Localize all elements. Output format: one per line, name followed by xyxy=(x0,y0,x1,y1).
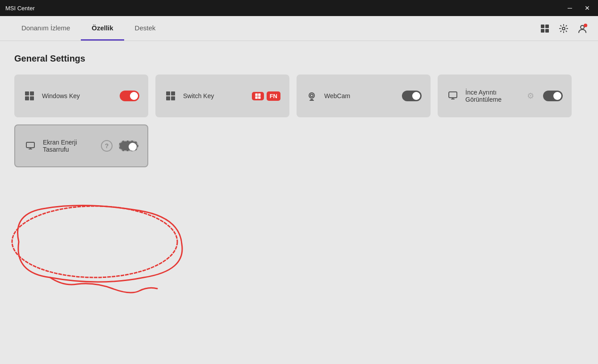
ince-ayrint-toggle[interactable] xyxy=(543,91,563,101)
svg-rect-14 xyxy=(255,93,258,96)
windows-icon xyxy=(23,90,36,102)
ince-ayrint-label: İnce Ayrıntı Görüntüleme xyxy=(465,89,521,103)
svg-rect-11 xyxy=(171,91,175,95)
switch-key-label: Switch Key xyxy=(183,92,246,99)
switch-icon xyxy=(164,90,177,102)
annotation-circle xyxy=(5,199,193,298)
svg-rect-7 xyxy=(30,91,34,95)
svg-rect-16 xyxy=(255,96,258,99)
svg-rect-9 xyxy=(30,96,34,100)
nav-tabs: Donanım İzleme Özellik Destek xyxy=(11,16,166,41)
app-title: MSI Center xyxy=(5,5,35,12)
ince-ayrint-card: İnce Ayrıntı Görüntüleme ⚙ xyxy=(438,74,572,117)
toggle-knob xyxy=(553,92,561,100)
content-area: General Settings Windows Key xyxy=(0,41,598,364)
svg-rect-1 xyxy=(545,25,549,28)
user-icon-button[interactable] xyxy=(577,24,587,33)
svg-point-18 xyxy=(309,93,314,98)
fn-badge: FN xyxy=(267,91,280,101)
question-icon[interactable]: ? xyxy=(101,140,113,152)
svg-rect-8 xyxy=(25,96,29,100)
windows-key-card: Windows Key xyxy=(14,74,148,117)
ekran-enerji-label: Ekran Enerji Tasarrufu xyxy=(43,139,95,153)
windows-key-label: Windows Key xyxy=(42,92,113,99)
app-title-text: MSI Center xyxy=(5,5,35,12)
svg-point-24 xyxy=(12,206,177,277)
svg-rect-23 xyxy=(26,142,34,148)
win-badge xyxy=(252,92,264,100)
toggle-knob xyxy=(130,92,138,100)
minimize-button[interactable]: ─ xyxy=(565,4,575,12)
svg-rect-2 xyxy=(541,29,544,33)
screen-icon xyxy=(24,140,37,152)
main-window: Donanım İzleme Özellik Destek xyxy=(0,16,598,364)
cards-row-1: Windows Key Switch xyxy=(14,74,584,117)
svg-rect-15 xyxy=(258,93,261,96)
webcam-label: WebCam xyxy=(324,92,396,99)
svg-rect-10 xyxy=(166,91,170,95)
svg-point-4 xyxy=(562,27,565,30)
cards-row-2: Ekran Enerji Tasarrufu ? xyxy=(14,124,584,167)
svg-rect-13 xyxy=(171,96,175,100)
settings-icon-button[interactable] xyxy=(559,24,569,33)
svg-rect-17 xyxy=(258,96,261,99)
svg-rect-3 xyxy=(545,29,549,33)
webcam-toggle[interactable] xyxy=(402,91,422,101)
svg-rect-20 xyxy=(310,99,313,100)
section-title: General Settings xyxy=(14,54,584,64)
nav-icons xyxy=(540,24,587,33)
tab-ozellik[interactable]: Özellik xyxy=(81,16,124,41)
tab-donanim[interactable]: Donanım İzleme xyxy=(11,16,81,41)
svg-rect-22 xyxy=(449,92,457,98)
svg-rect-0 xyxy=(541,25,544,28)
display-icon xyxy=(447,90,459,102)
grid-icon xyxy=(540,24,550,33)
ekran-enerji-toggle[interactable] xyxy=(119,141,138,151)
titlebar: MSI Center ─ ✕ xyxy=(0,0,598,16)
window-controls: ─ ✕ xyxy=(565,4,593,12)
cards-container: Windows Key Switch xyxy=(14,74,584,167)
close-button[interactable]: ✕ xyxy=(582,4,593,12)
navbar: Donanım İzleme Özellik Destek xyxy=(0,16,598,41)
settings-icon xyxy=(559,24,569,33)
webcam-icon xyxy=(305,90,318,102)
gear-icon[interactable]: ⚙ xyxy=(527,91,534,101)
webcam-card: WebCam xyxy=(297,74,431,117)
grid-icon-button[interactable] xyxy=(540,24,550,33)
svg-rect-6 xyxy=(25,91,29,95)
switch-key-card: Switch Key FN xyxy=(155,74,289,117)
toggle-knob xyxy=(412,92,420,100)
switch-key-badges: FN xyxy=(252,91,280,101)
windows-key-toggle[interactable] xyxy=(120,91,139,101)
tab-destek[interactable]: Destek xyxy=(124,16,167,41)
svg-rect-21 xyxy=(309,100,314,101)
notification-dot xyxy=(584,24,587,27)
svg-rect-12 xyxy=(166,96,170,100)
ekran-enerji-card: Ekran Enerji Tasarrufu ? xyxy=(14,124,148,167)
svg-point-19 xyxy=(310,94,313,97)
toggle-knob xyxy=(129,143,137,151)
